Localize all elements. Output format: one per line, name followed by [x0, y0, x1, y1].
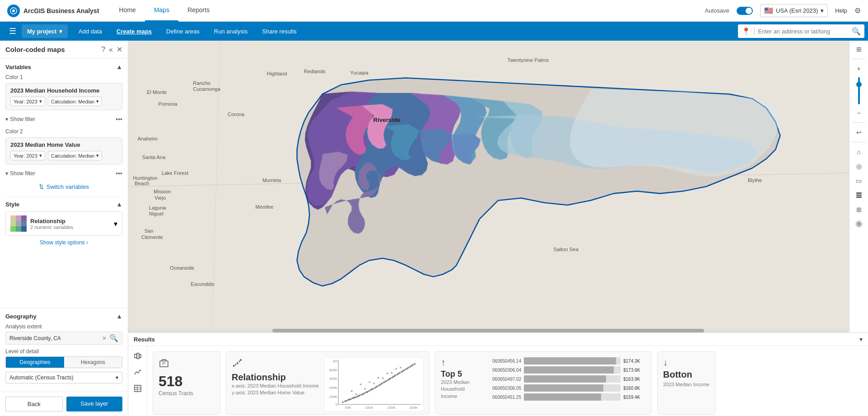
- svg-point-72: [342, 401, 344, 403]
- svg-text:100K: 100K: [365, 406, 374, 410]
- hamburger-menu[interactable]: ☰: [4, 26, 22, 36]
- show-filter-btn-1[interactable]: ▾ Show filter: [5, 116, 35, 122]
- country-selector[interactable]: 🇺🇸 USA (Esri 2023) ▾: [760, 4, 828, 17]
- layers-icon[interactable]: [851, 188, 867, 202]
- map-scrollbar[interactable]: [128, 329, 848, 332]
- map-results-icon[interactable]: [131, 350, 145, 362]
- undo-btn[interactable]: ↩: [851, 126, 867, 139]
- svg-text:Huntington: Huntington: [133, 175, 157, 181]
- svg-text:1M: 1M: [333, 359, 338, 363]
- search-icon[interactable]: 🔍: [852, 27, 861, 36]
- census-count-label: Census Tracts: [159, 390, 215, 397]
- var1-calc-label: Calculation: Median: [51, 99, 95, 104]
- app-logo[interactable]: ArcGIS Business Analyst: [7, 5, 99, 17]
- svg-text:Redlands: Redlands: [304, 69, 326, 74]
- bottom-icon: ↓: [663, 357, 710, 368]
- var2-calc-dropdown[interactable]: Calculation: Median ▾: [48, 151, 103, 160]
- locate-icon[interactable]: ◎: [851, 159, 867, 173]
- autosave-toggle[interactable]: [737, 7, 753, 15]
- run-analysis-btn[interactable]: Run analysis: [207, 22, 255, 41]
- chart-results-icon[interactable]: [131, 366, 145, 379]
- nav-maps[interactable]: Maps: [145, 0, 178, 22]
- create-maps-btn[interactable]: Create maps: [109, 22, 159, 41]
- svg-text:Niguel: Niguel: [149, 211, 163, 216]
- variable-box-2: 2023 Median Home Value Year: 2023 ▾ Calc…: [5, 137, 122, 164]
- geo-collapse-icon[interactable]: ▲: [116, 313, 122, 320]
- more-btn-1[interactable]: •••: [116, 116, 122, 123]
- save-layer-button[interactable]: Save layer: [66, 397, 123, 411]
- svg-text:Rancho: Rancho: [193, 80, 210, 86]
- bookmarks-icon[interactable]: ⌂: [851, 145, 867, 159]
- svg-rect-42: [856, 195, 862, 196]
- more-btn-2[interactable]: •••: [116, 170, 122, 177]
- style-icon-area: Relationship 2 numeric variables: [10, 215, 73, 232]
- zoom-out-btn[interactable]: −: [851, 106, 867, 120]
- analysis-extent-input: Riverside County, CA ✕ 🔍: [5, 332, 122, 345]
- collapse-panel-icon[interactable]: «: [109, 46, 113, 54]
- top5-card: ↑ Top 5 2023 Median Household Income 060…: [435, 351, 652, 415]
- autosave-label: Autosave: [705, 7, 729, 14]
- svg-point-120: [414, 363, 416, 365]
- svg-rect-47: [139, 355, 141, 358]
- style-box[interactable]: Relationship 2 numeric variables ▾: [5, 211, 122, 236]
- logo-icon: [7, 5, 20, 17]
- svg-text:Pomona: Pomona: [159, 101, 178, 107]
- help-icon[interactable]: ?: [101, 46, 105, 54]
- result-cards: 518 Census Tracts Relationship x-axis: 2…: [147, 346, 868, 415]
- svg-point-113: [403, 369, 405, 371]
- define-areas-btn[interactable]: Define areas: [159, 22, 207, 41]
- svg-text:Clemente: Clemente: [141, 234, 163, 240]
- settings-icon[interactable]: [851, 217, 867, 231]
- bar-val-4: $159.4K: [623, 395, 646, 400]
- map-area[interactable]: Rancho Cucamonga Highland El Monte Pomon…: [128, 41, 868, 416]
- nav-home[interactable]: Home: [110, 0, 145, 22]
- variables-collapse-icon[interactable]: ▲: [116, 63, 122, 70]
- bar-track-3: [524, 384, 621, 392]
- close-panel-icon[interactable]: ✕: [117, 45, 122, 54]
- bar-fill-0: [524, 357, 616, 365]
- zoom-in-btn[interactable]: +: [851, 62, 867, 75]
- search-input[interactable]: [758, 28, 849, 35]
- settings-icon[interactable]: ⚙: [854, 6, 861, 15]
- zoom-handle[interactable]: [856, 82, 862, 87]
- tab-geographies[interactable]: Geographies: [6, 357, 64, 368]
- project-dropdown[interactable]: My project ▾: [22, 24, 68, 38]
- level-of-detail-label: Level of detail: [5, 348, 122, 355]
- svg-rect-10: [21, 226, 27, 232]
- svg-text:0: 0: [336, 402, 338, 407]
- svg-rect-41: [856, 192, 862, 194]
- back-button[interactable]: Back: [5, 397, 63, 411]
- var1-calc-dropdown[interactable]: Calculation: Median ▾: [48, 97, 103, 106]
- var2-name: 2023 Median Home Value: [10, 141, 117, 148]
- main-layout: Color-coded maps ? « ✕ Variables ▲ Color…: [0, 41, 868, 416]
- results-collapse-icon[interactable]: ▾: [859, 336, 863, 343]
- remove-extent-icon[interactable]: ✕: [102, 335, 107, 341]
- switch-variables-btn[interactable]: ⇅ Switch variables: [5, 181, 122, 193]
- search-bar[interactable]: 📍 | 🔍: [738, 24, 864, 38]
- show-filter-btn-2[interactable]: ▾ Show filter: [5, 170, 35, 177]
- show-style-options-btn[interactable]: Show style options ›: [5, 239, 122, 246]
- style-collapse-icon[interactable]: ▲: [116, 201, 122, 208]
- table-results-icon[interactable]: [131, 382, 145, 395]
- svg-point-74: [345, 400, 347, 402]
- add-data-btn[interactable]: Add data: [71, 22, 109, 41]
- zoom-slider[interactable]: [858, 77, 860, 104]
- auto-detail-dropdown[interactable]: Automatic (Census Tracts) ▾: [5, 372, 122, 383]
- table-icon[interactable]: ⊞: [851, 203, 867, 216]
- search-extent-icon[interactable]: 🔍: [109, 334, 118, 342]
- svg-point-59: [240, 359, 242, 361]
- svg-text:400K: 400K: [329, 386, 338, 390]
- census-count-num: 518: [159, 374, 215, 388]
- census-count-card: 518 Census Tracts: [153, 351, 220, 415]
- share-results-btn[interactable]: Share results: [255, 22, 304, 41]
- tab-hexagons[interactable]: Hexagons: [64, 357, 122, 368]
- var2-year-dropdown[interactable]: Year: 2023 ▾: [10, 151, 45, 160]
- svg-text:150K: 150K: [387, 406, 396, 410]
- screen-view-icon[interactable]: ▭: [851, 174, 867, 187]
- grid-view-icon[interactable]: ⊞: [851, 42, 867, 56]
- help-button[interactable]: Help: [835, 7, 847, 14]
- svg-text:Riverside: Riverside: [373, 117, 401, 123]
- map-scrollbar-thumb[interactable]: [272, 329, 704, 332]
- nav-reports[interactable]: Reports: [178, 0, 219, 22]
- var1-year-dropdown[interactable]: Year: 2023 ▾: [10, 97, 45, 106]
